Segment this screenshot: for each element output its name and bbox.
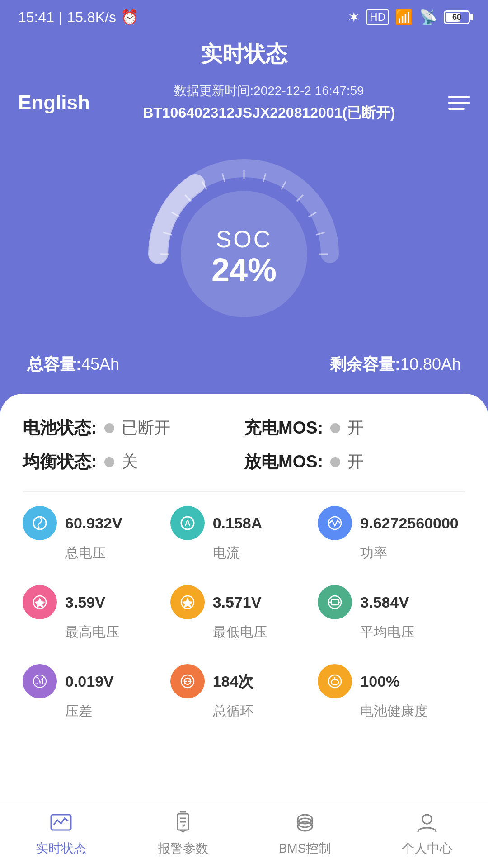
current-icon: A [170, 506, 205, 540]
total-capacity: 总容量:45Ah [27, 354, 119, 376]
voltage-diff-icon: ℳ [23, 664, 57, 698]
nav-bms-label: BMS控制 [279, 840, 332, 857]
metric-max-voltage: 3.59V 最高电压 [23, 585, 170, 642]
charge-mos-dot [330, 423, 340, 433]
nav-profile[interactable]: 个人中心 [366, 800, 488, 868]
network-speed: 15.8K/s [67, 9, 116, 26]
svg-point-32 [331, 679, 338, 685]
capacity-row: 总容量:45Ah 剩余容量:10.80Ah [0, 344, 488, 394]
battery-status-dot [104, 423, 114, 433]
min-voltage-label: 最低电压 [170, 623, 267, 642]
svg-rect-25 [331, 599, 338, 605]
battery-health-icon [318, 664, 352, 698]
max-voltage-label: 最高电压 [23, 623, 119, 642]
alarm-icon: ⏰ [121, 9, 139, 26]
bottom-nav: 实时状态 报警参数 BMS控制 [0, 800, 488, 868]
wifi-icon: 📡 [419, 9, 437, 26]
total-voltage-icon [23, 506, 57, 540]
bluetooth-icon: ✶ [347, 8, 360, 26]
update-time: 数据更新时间:2022-12-2 16:47:59 [143, 82, 395, 99]
device-id: BT106402312JSJX220812001(已断开) [143, 103, 395, 123]
nav-bms[interactable]: BMS控制 [244, 800, 366, 868]
signal-icon: 📶 [395, 9, 413, 26]
metric-battery-health: 100% 电池健康度 [318, 664, 465, 721]
cycle-count-value: 184次 [213, 672, 254, 691]
divider [23, 491, 465, 492]
nav-realtime-label: 实时状态 [36, 840, 86, 857]
svg-point-30 [181, 675, 194, 688]
total-voltage-value: 60.932V [65, 514, 122, 533]
svg-text:A: A [184, 519, 190, 528]
min-voltage-icon [170, 585, 205, 619]
battery-health-label: 电池健康度 [318, 702, 428, 721]
avg-voltage-icon [318, 585, 352, 619]
balance-status-dot [104, 457, 114, 467]
separator: | [59, 9, 62, 26]
avg-voltage-value: 3.584V [360, 593, 409, 612]
nav-profile-label: 个人中心 [402, 840, 452, 857]
nav-realtime[interactable]: 实时状态 [0, 800, 122, 868]
cycle-count-label: 总循环 [170, 702, 253, 721]
svg-point-19 [328, 517, 341, 529]
page-title: 实时状态 [0, 31, 488, 82]
power-icon [318, 506, 352, 540]
total-capacity-value: 45Ah [81, 355, 119, 373]
svg-text:SOC: SOC [216, 226, 272, 252]
charge-mos-item: 充电MOS: 开 [244, 416, 465, 439]
metrics-grid: 60.932V 总电压 A 0.158A 电流 [23, 506, 465, 721]
svg-text:24%: 24% [211, 252, 277, 288]
nav-alarm-label: 报警参数 [158, 840, 208, 857]
metric-avg-voltage: 3.584V 平均电压 [318, 585, 465, 642]
language-label[interactable]: English [18, 91, 90, 114]
menu-button[interactable] [448, 96, 470, 110]
max-voltage-value: 3.59V [65, 593, 105, 612]
svg-rect-34 [51, 815, 71, 830]
bms-icon [291, 809, 319, 836]
total-voltage-label: 总电压 [23, 544, 106, 562]
discharge-mos-dot [330, 457, 340, 467]
voltage-diff-label: 压差 [23, 702, 92, 721]
metric-power: 9.6272560000 功率 [318, 506, 465, 562]
profile-icon [413, 809, 441, 836]
power-label: 功率 [318, 544, 387, 562]
battery-health-value: 100% [360, 672, 399, 691]
avg-voltage-label: 平均电压 [318, 623, 414, 642]
remain-capacity-value: 10.80Ah [400, 355, 461, 373]
battery-status-item: 电池状态: 已断开 [23, 416, 244, 439]
voltage-diff-value: 0.019V [65, 672, 114, 691]
max-voltage-icon [23, 585, 57, 619]
current-value: 0.158A [213, 514, 263, 533]
header-row: English 数据更新时间:2022-12-2 16:47:59 BT1064… [0, 82, 488, 141]
svg-point-42 [422, 815, 432, 824]
balance-status-item: 均衡状态: 关 [23, 450, 244, 473]
current-label: 电流 [170, 544, 240, 562]
metric-min-voltage: 3.571V 最低电压 [170, 585, 318, 642]
gauge-svg: SOC 24% [131, 150, 357, 340]
battery-status-grid: 电池状态: 已断开 充电MOS: 开 均衡状态: 关 放电MOS: 开 [23, 416, 465, 473]
device-info: 数据更新时间:2022-12-2 16:47:59 BT106402312JSJ… [143, 82, 395, 123]
total-capacity-label: 总容量: [27, 355, 81, 373]
white-card: 电池状态: 已断开 充电MOS: 开 均衡状态: 关 放电MOS: 开 [0, 394, 488, 801]
alarm-nav-icon [169, 809, 197, 836]
metric-cycle-count: 184次 总循环 [170, 664, 318, 721]
nav-alarm[interactable]: 报警参数 [122, 800, 244, 868]
power-value: 9.6272560000 [360, 514, 458, 533]
soc-gauge: SOC 24% [0, 141, 488, 344]
svg-text:ℳ: ℳ [35, 676, 45, 686]
battery-icon: 60 [444, 10, 470, 24]
cycle-icon [170, 664, 205, 698]
time-display: 15:41 [18, 9, 54, 26]
status-right: ✶ HD 📶 📡 60 [347, 8, 470, 26]
realtime-icon [47, 809, 75, 836]
remain-capacity-label: 剩余容量: [330, 355, 400, 373]
svg-marker-23 [182, 598, 193, 608]
remain-capacity: 剩余容量:10.80Ah [330, 354, 461, 376]
discharge-mos-item: 放电MOS: 开 [244, 450, 465, 473]
svg-marker-21 [34, 598, 45, 608]
min-voltage-value: 3.571V [213, 593, 262, 612]
metric-current: A 0.158A 电流 [170, 506, 318, 562]
status-bar: 15:41 | 15.8K/s ⏰ ✶ HD 📶 📡 60 [0, 0, 488, 31]
metric-total-voltage: 60.932V 总电压 [23, 506, 170, 562]
metric-voltage-diff: ℳ 0.019V 压差 [23, 664, 170, 721]
status-left: 15:41 | 15.8K/s ⏰ [18, 9, 139, 26]
